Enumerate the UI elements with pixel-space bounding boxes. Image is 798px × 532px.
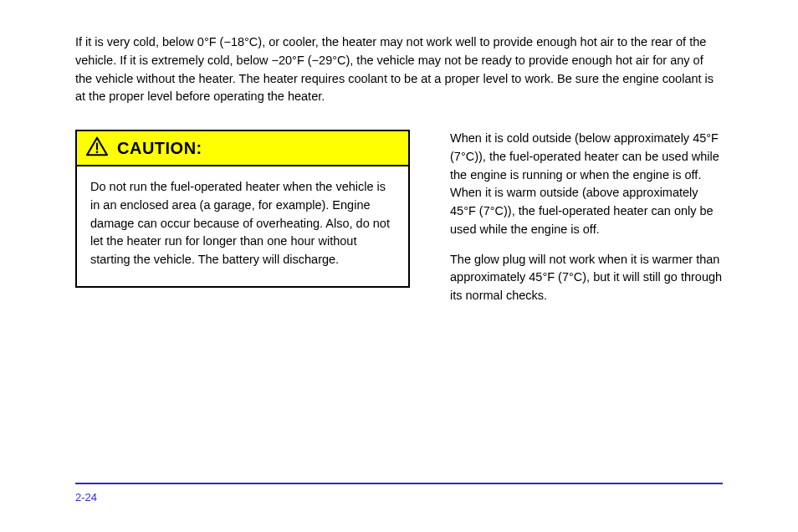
- page-footer: 2-24: [75, 483, 723, 504]
- two-column-layout: CAUTION: Do not run the fuel-operated he…: [75, 130, 723, 305]
- caution-body-text: Do not run the fuel-operated heater when…: [77, 166, 408, 286]
- page-number: 2-24: [75, 491, 97, 504]
- warning-triangle-icon: [85, 136, 109, 160]
- caution-header: CAUTION:: [77, 131, 408, 166]
- caution-box: CAUTION: Do not run the fuel-operated he…: [75, 130, 410, 288]
- document-page: If it is very cold, below 0°F (−18°C), o…: [0, 0, 798, 305]
- left-column: CAUTION: Do not run the fuel-operated he…: [75, 130, 410, 305]
- right-column: When it is cold outside (below approxima…: [450, 130, 723, 305]
- intro-paragraph: If it is very cold, below 0°F (−18°C), o…: [75, 33, 719, 106]
- right-paragraph-1: When it is cold outside (below approxima…: [450, 130, 723, 239]
- footer-row: 2-24: [75, 491, 723, 504]
- footer-divider: [75, 483, 723, 484]
- svg-point-2: [96, 151, 99, 153]
- right-paragraph-2: The glow plug will not work when it is w…: [450, 251, 723, 305]
- caution-label: CAUTION:: [117, 139, 202, 158]
